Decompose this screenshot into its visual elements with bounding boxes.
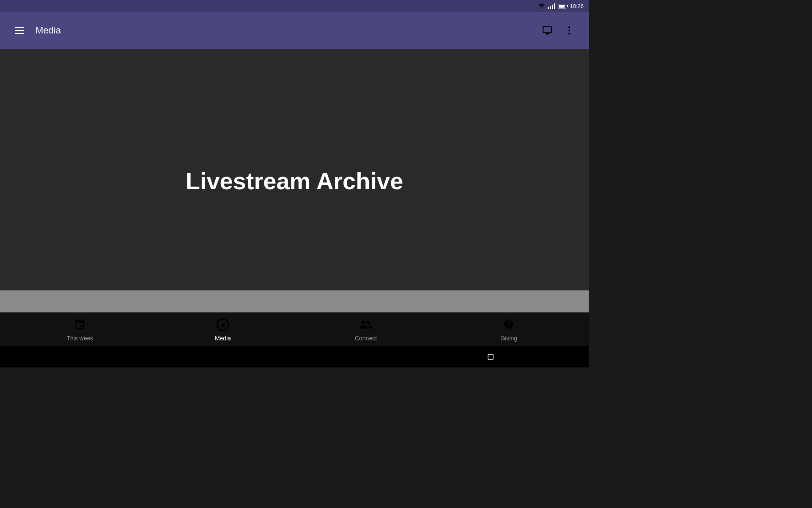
gray-band — [0, 290, 589, 312]
svg-point-3 — [568, 33, 570, 34]
svg-point-1 — [568, 26, 570, 28]
nav-label-media: Media — [215, 335, 231, 342]
recent-apps-button[interactable] — [481, 348, 500, 366]
play-circle-icon — [215, 317, 230, 332]
nav-item-connect[interactable]: Connect — [340, 317, 391, 342]
signal-icon — [548, 3, 555, 9]
svg-rect-5 — [488, 354, 493, 359]
status-bar: 10:26 — [0, 0, 589, 12]
app-bar-actions — [538, 21, 579, 40]
system-nav-bar — [0, 346, 589, 367]
status-icons: 10:26 — [538, 3, 584, 9]
back-icon — [94, 353, 102, 361]
nav-label-this-week: This week — [66, 335, 93, 342]
nav-item-giving[interactable]: Giving — [483, 317, 534, 342]
hamburger-icon — [15, 33, 24, 34]
battery-icon — [558, 4, 566, 8]
home-icon — [291, 353, 298, 360]
wifi-icon — [538, 3, 545, 8]
hamburger-icon — [15, 30, 24, 31]
more-options-button[interactable] — [560, 21, 579, 40]
back-button[interactable] — [89, 348, 107, 366]
chat-icon — [542, 25, 553, 36]
main-content: Livestream Archive — [0, 49, 589, 312]
hamburger-button[interactable] — [10, 21, 29, 40]
app-bar: Media — [0, 12, 589, 49]
more-options-icon — [564, 25, 575, 36]
giving-icon — [501, 317, 516, 332]
status-time: 10:26 — [570, 3, 584, 9]
svg-point-4 — [292, 355, 297, 359]
calendar-icon — [72, 317, 88, 332]
nav-item-media[interactable]: Media — [198, 317, 248, 342]
home-button[interactable] — [285, 348, 304, 366]
hamburger-icon — [15, 27, 24, 28]
svg-point-0 — [541, 8, 543, 8]
chat-button[interactable] — [538, 21, 557, 40]
livestream-archive-title: Livestream Archive — [186, 167, 403, 195]
group-icon — [358, 317, 373, 332]
nav-label-giving: Giving — [500, 335, 517, 342]
nav-item-this-week[interactable]: This week — [55, 317, 105, 342]
svg-point-2 — [568, 30, 570, 31]
recent-icon — [487, 353, 494, 361]
app-title: Media — [36, 25, 538, 36]
bottom-nav: This week Media Connect Giving — [0, 312, 589, 346]
nav-label-connect: Connect — [355, 335, 377, 342]
